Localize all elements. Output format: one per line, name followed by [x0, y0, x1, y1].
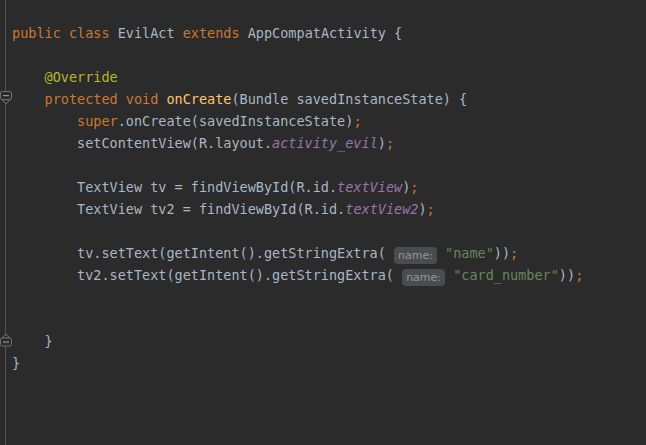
code-line[interactable] — [12, 154, 646, 176]
code-token: )) — [494, 245, 510, 261]
code-token: ; — [410, 179, 418, 195]
code-token — [445, 267, 453, 283]
fold-region-line — [5, 0, 6, 445]
code-line[interactable]: super.onCreate(savedInstanceState); — [12, 110, 646, 132]
code-line[interactable]: } — [12, 352, 646, 374]
code-token — [12, 113, 77, 129]
code-line[interactable]: tv.setText(getIntent().getStringExtra( n… — [12, 242, 646, 264]
code-token: textView — [337, 179, 402, 195]
code-token: public class — [12, 25, 118, 41]
code-token: TextView tv = findViewById(R.id. — [12, 179, 337, 195]
code-line[interactable]: } — [12, 330, 646, 352]
code-token — [12, 69, 45, 85]
code-token: ; — [386, 135, 394, 151]
code-token — [12, 91, 45, 107]
code-line[interactable] — [12, 44, 646, 66]
code-token: tv2.setText(getIntent().getStringExtra( — [12, 267, 402, 283]
code-line[interactable]: protected void onCreate(Bundle savedInst… — [12, 88, 646, 110]
code-token: onCreate — [166, 91, 231, 107]
code-token: ; — [353, 113, 361, 129]
code-token: "card_number" — [453, 267, 559, 283]
code-line[interactable]: tv2.setText(getIntent().getStringExtra( … — [12, 264, 646, 286]
fold-collapse-end-icon[interactable] — [0, 333, 12, 347]
code-area[interactable]: public class EvilAct extends AppCompatAc… — [12, 22, 646, 374]
parameter-name-hint: name: — [394, 247, 437, 264]
code-token: extends — [183, 25, 248, 41]
code-line[interactable]: public class EvilAct extends AppCompatAc… — [12, 22, 646, 44]
code-token: tv.setText(getIntent().getStringExtra( — [12, 245, 394, 261]
code-token: ) — [418, 201, 426, 217]
code-token: ; — [427, 201, 435, 217]
code-token: } — [12, 355, 20, 371]
code-line[interactable]: TextView tv2 = findViewById(R.id.textVie… — [12, 198, 646, 220]
code-token: ) — [378, 135, 386, 151]
code-token: textView2 — [345, 201, 418, 217]
code-token: ; — [510, 245, 518, 261]
code-token: } — [12, 333, 53, 349]
code-token: @Override — [45, 69, 118, 85]
code-token: ; — [575, 267, 583, 283]
code-token: )) — [559, 267, 575, 283]
parameter-name-hint: name: — [402, 269, 445, 286]
code-token: "name" — [445, 245, 494, 261]
code-line[interactable]: @Override — [12, 66, 646, 88]
code-token: setContentView(R.layout. — [12, 135, 272, 151]
code-line[interactable] — [12, 220, 646, 242]
code-line[interactable] — [12, 308, 646, 330]
code-editor[interactable]: public class EvilAct extends AppCompatAc… — [0, 0, 646, 445]
code-line[interactable] — [12, 286, 646, 308]
code-line[interactable]: setContentView(R.layout.activity_evil); — [12, 132, 646, 154]
code-token: TextView tv2 = findViewById(R.id. — [12, 201, 345, 217]
code-line[interactable]: TextView tv = findViewById(R.id.textView… — [12, 176, 646, 198]
fold-collapse-start-icon[interactable] — [0, 91, 12, 105]
code-token: protected void — [45, 91, 167, 107]
code-token: EvilAct — [118, 25, 183, 41]
code-token — [437, 245, 445, 261]
code-token: (Bundle savedInstanceState) { — [231, 91, 467, 107]
code-token: .onCreate(savedInstanceState) — [118, 113, 354, 129]
code-token: AppCompatActivity { — [248, 25, 402, 41]
code-token: super — [77, 113, 118, 129]
code-token: activity_evil — [272, 135, 378, 151]
